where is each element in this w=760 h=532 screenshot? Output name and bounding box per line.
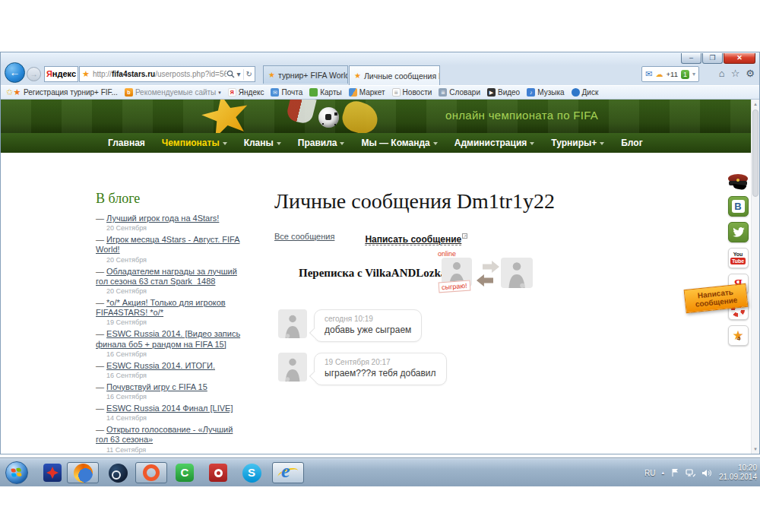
network-icon[interactable] [686, 469, 695, 477]
nav-clans[interactable]: Кланы [236, 138, 290, 148]
favorite-disk[interactable]: Диск [572, 88, 599, 97]
home-icon[interactable]: ⌂ [719, 68, 725, 79]
tab-tournament[interactable]: ★ турнир+ FIFA World Cup-39 4... [263, 65, 348, 84]
favorite-registration[interactable]: ✩ ★ Регистрация турнир+ FIF... [5, 88, 118, 97]
address-toolbar: ← → Яндекс ★ http://fifa4stars.ru/userpo… [1, 65, 759, 85]
settings-gear-icon[interactable]: ⚙ [746, 68, 755, 79]
address-bar[interactable]: ★ http://fifa4stars.ru/userposts.php?id=… [79, 66, 255, 82]
search-icon[interactable] [226, 70, 235, 78]
favorite-suggested-sites[interactable]: b Рекомендуемые сайты ▾ [125, 88, 221, 97]
favorite-market[interactable]: Маркет [349, 88, 385, 97]
nav-home[interactable]: Главная [100, 138, 154, 148]
tab-favicon-icon: ★ [354, 71, 361, 80]
social-widgets: В You Tube Я ★4 [727, 173, 749, 346]
scroll-down-icon[interactable]: ▾ [752, 445, 759, 454]
volume-icon[interactable] [701, 469, 711, 477]
avatar [278, 309, 307, 338]
favorite-music[interactable]: ♪ Музыка [527, 88, 564, 97]
refresh-icon[interactable]: ↻ [246, 70, 252, 78]
site-navigation: Главная Чемпионаты Кланы Правила Мы — Ко… [1, 133, 751, 153]
market-icon [349, 88, 357, 97]
blog-post-link: — *o/* Акция! Только для игроков FIFA4ST… [96, 298, 242, 327]
downloads-badge[interactable]: 1 [681, 70, 689, 79]
taskbar-mediaget[interactable]: C [170, 462, 199, 483]
taskbar-firefox[interactable] [67, 462, 99, 483]
scrollbar-thumb[interactable] [752, 109, 758, 197]
message-text: ыграем???я тебя добавил [325, 368, 436, 378]
nav-tournaments[interactable]: Турниры+ [543, 138, 613, 148]
start-button[interactable] [5, 461, 28, 484]
blog-post-link: — Игрок месяца 4Stars - Август. FIFA Wor… [96, 235, 242, 264]
close-button[interactable]: ✕ [724, 53, 755, 64]
conversation-header: Переписка с VilkaANDLozka online сыграю! [274, 256, 609, 299]
favorite-yandex[interactable]: Я Яндекс [228, 88, 264, 97]
site-favicon-icon: ★ [82, 69, 90, 79]
window-titlebar[interactable]: – ❐ ✕ [1, 52, 759, 65]
taskbar-steam[interactable] [103, 462, 132, 483]
chevron-down-icon [600, 142, 604, 145]
site-banner: онлайн чемпионата по FIFA [1, 100, 751, 133]
page-title: Личные сообщения Dm1tr1y22 [274, 189, 609, 214]
taskbar-origin[interactable] [135, 462, 167, 483]
post-date: 11 Сентября [106, 446, 242, 454]
favorites-icon[interactable]: ☆ [731, 68, 740, 79]
search-dropdown-icon[interactable]: ▾ [237, 70, 241, 78]
taskbar-red-app[interactable] [38, 462, 67, 483]
post-date: 14 Сентября [106, 414, 242, 423]
dictionary-icon: ≣ [439, 88, 447, 97]
star-rating-icon[interactable]: ★4 [728, 325, 749, 346]
favorite-mail[interactable]: ✉ Почта [271, 88, 302, 97]
nav-administration[interactable]: Администрация [446, 138, 543, 148]
own-avatar[interactable] [501, 258, 533, 288]
hidden-icons-chevron[interactable]: ▴ [661, 470, 664, 476]
tab-favicon-icon: ★ [268, 71, 275, 79]
write-message-link[interactable]: Написать сообщение [365, 234, 461, 245]
messages-main: Личные сообщения Dm1tr1y22 Все сообщения… [274, 189, 609, 385]
chevron-down-icon [340, 142, 344, 145]
vk-icon[interactable]: В [728, 196, 749, 217]
bar-dropdown-icon[interactable]: ▾ [692, 71, 695, 78]
all-messages-link[interactable]: Все сообщения [274, 232, 334, 241]
url-text[interactable]: http://fifa4stars.ru/userposts.php?id=56… [93, 70, 226, 78]
post-date: 16 Сентября [106, 372, 242, 380]
youtube-icon[interactable]: You Tube [728, 248, 749, 268]
bookmark-star-icon: ★ [13, 88, 21, 97]
chevron-down-icon [223, 142, 227, 145]
taskbar-opera[interactable] [204, 462, 233, 483]
post-date: 19 Сентября [106, 318, 242, 327]
language-indicator[interactable]: RU [644, 469, 655, 477]
video-play-icon: ▶ [487, 88, 496, 97]
tab-messages[interactable]: ★ Личные сообщения Dm1tr... × [349, 65, 440, 85]
music-note-icon: ♪ [527, 88, 535, 97]
news-icon: ≣ [392, 88, 401, 97]
nav-rules[interactable]: Правила [290, 138, 353, 148]
nav-championships[interactable]: Чемпионаты [154, 138, 236, 148]
suggested-sites-icon: b [125, 88, 133, 97]
page-scrollbar[interactable]: ▴ ▾ [751, 100, 759, 454]
chevron-down-icon [277, 142, 281, 145]
forward-button[interactable]: → [27, 67, 41, 81]
twitter-icon[interactable] [728, 222, 749, 242]
taskbar-internet-explorer[interactable]: e [272, 462, 304, 483]
taskbar-skype[interactable]: S [237, 462, 266, 483]
disk-icon [572, 88, 580, 97]
back-button[interactable]: ← [5, 62, 25, 83]
minimize-button[interactable]: – [681, 53, 701, 64]
weather-temp[interactable]: +11 [667, 70, 678, 78]
favorite-dictionaries[interactable]: ≣ Словари [439, 88, 480, 97]
weather-icon[interactable]: ☁ [656, 70, 663, 78]
mail-icon[interactable]: ✉ [645, 69, 652, 79]
maximize-button[interactable]: ❐ [702, 53, 723, 64]
favorite-video[interactable]: ▶ Видео [487, 88, 520, 97]
play-badge: сыграю! [439, 280, 470, 293]
yandex-logo[interactable]: Яндекс [44, 66, 78, 82]
nav-team[interactable]: Мы — Команда [353, 138, 445, 148]
nav-blog[interactable]: Блог [613, 138, 651, 148]
blog-post-link: — ESWC Russia 2014. [Видео запись финала… [96, 329, 242, 358]
admin-cap-icon[interactable] [727, 173, 749, 191]
scroll-up-icon[interactable]: ▴ [752, 100, 759, 109]
action-center-flag-icon[interactable] [670, 468, 679, 477]
favorite-news[interactable]: ≣ Новости [392, 88, 432, 97]
favorite-maps[interactable]: Карты [309, 88, 342, 97]
clock[interactable]: 10:20 21.09.2014 [719, 464, 757, 482]
